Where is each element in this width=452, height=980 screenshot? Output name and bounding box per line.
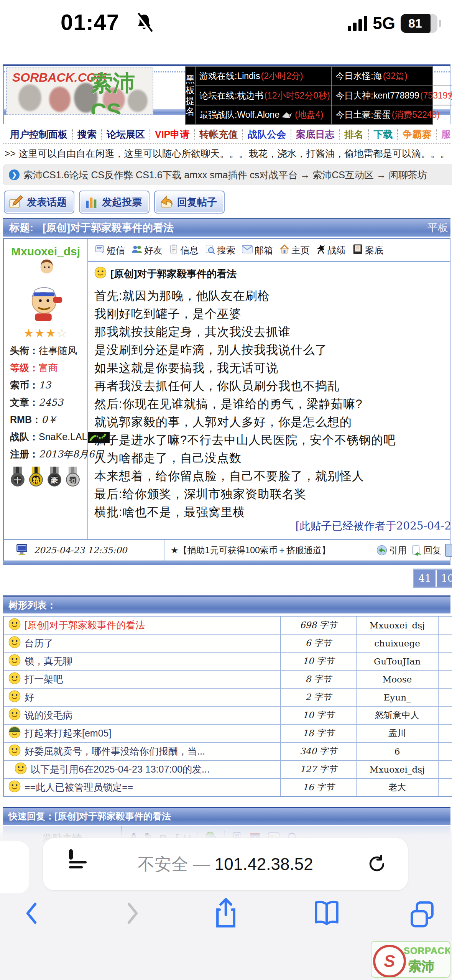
edit-button-cut[interactable] xyxy=(445,544,452,557)
forum-page: SORBACK.COM 索沛CS 黑板提名 游戏在线:Lindis(2小时2分)… xyxy=(0,42,452,898)
profile-tool-search[interactable]: 搜索 xyxy=(205,244,235,257)
forum-notice-text: >> 这里可以自由自在闲逛，这里可以随心所欲聊天。。。栽花，浇水，打酱油，偷地雷… xyxy=(3,147,450,160)
site-logo[interactable]: SORBACK.COM 索沛CS xyxy=(6,67,153,115)
nav-item[interactable]: 战队公会 xyxy=(243,129,291,140)
profile-tool-friends[interactable]: 好友 xyxy=(131,244,163,257)
reply-button[interactable]: 回复 xyxy=(411,544,441,556)
nav-item[interactable]: 服务器IP xyxy=(437,129,450,140)
adjacent-tab-preview[interactable] xyxy=(0,841,29,893)
action-button[interactable]: 发起投票 xyxy=(79,191,150,214)
profile-tool-record[interactable]: 案底 xyxy=(352,243,383,257)
friends-icon xyxy=(131,244,143,257)
post-time: 2025-04-23 12:35:00 xyxy=(34,545,127,555)
post-line: 然后:你现在见谁就搞，是谁给的勇气，梁静茹嘛? xyxy=(94,395,450,413)
site-watermark: S SORPACK.COM 索沛CS xyxy=(371,941,450,978)
profile-tool-home[interactable]: 主页 xyxy=(279,244,310,257)
tree-row[interactable]: 说的没毛病 10 字节 怒斩意中人 xyxy=(4,707,452,725)
author-toolbar: 短信好友信息搜索邮箱主页战绩案底 xyxy=(94,243,450,261)
author-avatar xyxy=(4,282,87,325)
smiley-icon xyxy=(8,690,21,705)
tree-list-header: 树形列表： xyxy=(3,595,450,613)
post-line: 脑子是进水了嘛?不行去中山人民医院，安个不锈钢的吧 xyxy=(94,431,450,449)
breadcrumb-text: 索沛CS1.6论坛 CS反作弊 CS1.6下载 amxx sma插件 cs对战平… xyxy=(23,169,427,181)
not-secure-label: 不安全 — xyxy=(138,855,214,873)
clock: 01:47 xyxy=(61,9,119,35)
forward-button[interactable] xyxy=(122,901,143,927)
post-smiley-icon xyxy=(94,266,107,281)
address-bar[interactable]: 不安全 — 101.42.38.52 xyxy=(43,838,408,890)
author-field: 注册：2013年8月6日 xyxy=(10,446,87,463)
watermark-logo-icon: S xyxy=(373,945,406,978)
tree-row[interactable]: 好委屈就卖号，哪件事没给你们报酬，当... 340 字节 6 xyxy=(4,743,452,761)
tree-row[interactable]: 台历了 6 字节 chuixuege xyxy=(4,635,452,653)
author-name[interactable]: Mxuoxei_dsj xyxy=(11,245,80,258)
tree-list-section: 树形列表： [原创]对于郭家毅事件的看法 698 字节 Mxuoxei_dsj … xyxy=(3,595,450,797)
profile-tool-info[interactable]: 信息 xyxy=(169,244,199,257)
post-line: 首先:就因为那晚，他队友在刷枪 xyxy=(94,287,450,305)
smiley-icon xyxy=(8,708,21,723)
tree-row[interactable]: [原创]对于郭家毅事件的看法 698 字节 Mxuoxei_dsj xyxy=(4,617,452,635)
share-button[interactable] xyxy=(213,897,238,931)
post-line: 横批:啥也不是，最强窝里横 xyxy=(94,503,450,521)
search-icon xyxy=(205,244,215,257)
silent-mode-icon xyxy=(135,13,153,35)
nav-item[interactable]: VIP申请 xyxy=(150,129,195,140)
nav-item[interactable]: 转帐充值 xyxy=(195,129,243,140)
post-table: Mxuoxei_dsj ★★★☆ 头衔：往事随风等级：富商索币：13文章：245… xyxy=(3,238,450,539)
breadcrumb[interactable]: ❯ 索沛CS1.6论坛 CS反作弊 CS1.6下载 amxx sma插件 cs对… xyxy=(3,164,452,185)
medal-icon: 十 xyxy=(9,466,26,490)
reader-options-icon[interactable] xyxy=(69,851,87,868)
tree-row[interactable]: 打一架吧 8 字节 Moose xyxy=(4,671,452,689)
medal-icon: 豪 xyxy=(46,466,63,490)
nav-item[interactable]: 下载 xyxy=(369,129,398,140)
reload-icon[interactable] xyxy=(367,853,387,876)
battery-percent: 81 xyxy=(401,14,437,33)
post-content-panel: 短信好友信息搜索邮箱主页战绩案底 [原创]对于郭家毅事件的看法 首先:就因为那晚… xyxy=(88,239,450,539)
action-button[interactable]: 发表话题 xyxy=(4,191,74,214)
page-number: 10 xyxy=(437,570,452,587)
title-label: 标题: xyxy=(9,221,33,235)
bookmarks-button[interactable] xyxy=(313,899,340,929)
forum-header: SORBACK.COM 索沛CS 黑板提名 游戏在线:Lindis(2小时2分)… xyxy=(3,66,450,124)
author-field: RMB：0￥ xyxy=(10,411,87,428)
profile-tool-stats[interactable]: 战绩 xyxy=(316,243,346,257)
profile-tool-mail[interactable]: 邮箱 xyxy=(242,244,273,257)
svg-text:十: 十 xyxy=(14,477,21,484)
quote-button[interactable]: 引用 xyxy=(376,544,407,556)
home-icon xyxy=(279,244,290,257)
action-button[interactable]: 回复帖子 xyxy=(154,191,225,214)
tabs-button[interactable] xyxy=(409,899,436,929)
nav-item[interactable]: 排名 xyxy=(340,129,369,140)
smiley-icon xyxy=(8,744,21,759)
blackboard-row: 最强战队:Wolf.Alone(地盘4) 今日土豪:蛋蛋(消费52248) xyxy=(196,105,452,124)
pagination[interactable]: 41 10 xyxy=(413,569,452,588)
smiley-icon xyxy=(8,780,21,795)
page-number: 41 xyxy=(414,570,437,587)
smiley-icon xyxy=(15,762,27,777)
nav-item[interactable]: 搜索 xyxy=(73,129,102,140)
tree-row[interactable]: 打起来打起来[em05] 18 字节 孟川 xyxy=(4,725,452,743)
flat-mode-link[interactable]: 平板 xyxy=(427,221,448,235)
tree-row[interactable]: ==此人已被管理员锁定== 16 字节 老大 xyxy=(4,779,452,796)
smiley-icon xyxy=(8,636,21,651)
back-button[interactable] xyxy=(21,901,42,927)
post-body: 首先:就因为那晚，他队友在刷枪我刚好吃到罐子，是个巫婆那我就按技能定身，其次我没… xyxy=(94,287,450,521)
nav-item[interactable]: 争霸赛 xyxy=(398,129,437,140)
post-line: 人为啥都走了，自己没点数 xyxy=(94,449,450,467)
nav-item[interactable]: 论坛展区 xyxy=(102,129,150,140)
tree-row[interactable]: 好 2 字节 Eyun_ xyxy=(4,689,452,707)
svg-text:罚: 罚 xyxy=(69,477,76,484)
post-line: 就说郭家毅的事，人郭对人多好，你是怎么想的 xyxy=(94,413,450,431)
logo-site-name: 索沛CS xyxy=(90,68,153,115)
nav-item[interactable]: 用户控制面板 xyxy=(5,129,73,140)
tree-row[interactable]: 锁，真无聊 10 字节 GuTouJIan xyxy=(4,653,452,671)
stats-icon xyxy=(316,243,326,257)
post-line: 是没刷到分还是咋滴，别人按我我说什么了 xyxy=(94,341,450,359)
profile-tool-msg[interactable]: 短信 xyxy=(94,244,125,257)
thread-title: [原创]对于郭家毅事件的看法 xyxy=(43,221,174,235)
author-mini-avatar-icon xyxy=(38,258,55,276)
tree-row[interactable]: 以下是引用6在2025-04-23 13:07:00的发... 127 字节 M… xyxy=(4,761,452,779)
author-field: 等级：富商 xyxy=(10,359,87,377)
smiley-icon xyxy=(8,672,21,687)
nav-item[interactable]: 案底日志 xyxy=(291,129,340,140)
